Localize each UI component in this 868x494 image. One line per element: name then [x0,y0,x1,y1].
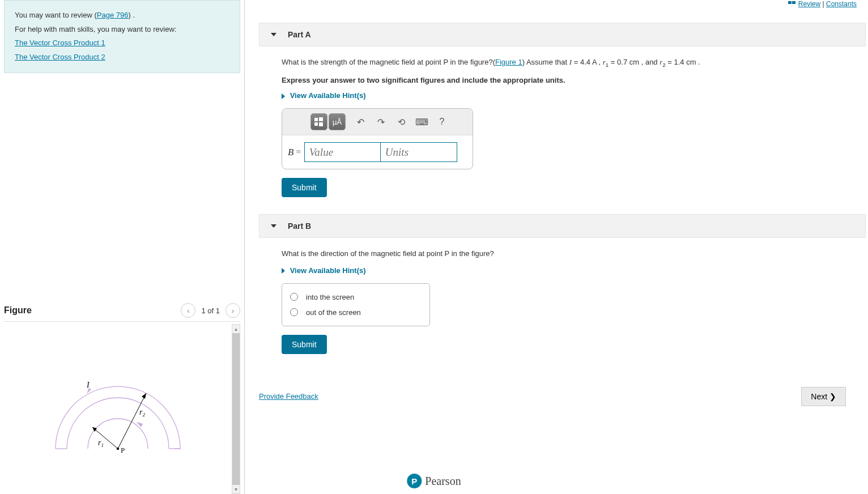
radio-out-label: out of the screen [306,308,361,317]
figure-scrollbar[interactable]: ▴ ▾ [232,324,240,494]
svg-line-2 [92,427,118,449]
tips-line1-post: ) . [128,11,135,19]
part-a-submit-button[interactable]: Submit [282,178,327,197]
scroll-up-icon[interactable]: ▴ [232,325,240,333]
svg-line-4 [118,393,146,449]
figure-1-link[interactable]: Figure 1 [495,58,522,66]
equals-sign: = [296,147,300,157]
figure-count: 1 of 1 [201,306,220,315]
review-flag-icon [788,1,796,8]
units-input[interactable] [381,142,457,162]
svg-rect-14 [319,122,323,126]
svg-marker-5 [142,393,146,399]
part-a-header[interactable]: Part A [259,23,866,46]
tips-line2: For help with math skills, you may want … [15,23,229,37]
svg-rect-9 [788,1,792,4]
svg-rect-12 [319,117,323,121]
caret-right-icon [282,268,285,274]
figure-diagram: I r1 r2 P [30,358,206,460]
redo-icon[interactable]: ↷ [374,117,388,127]
part-a-hints-link[interactable]: View Available Hint(s) [282,91,854,100]
scroll-down-icon[interactable]: ▾ [232,485,240,493]
caret-right-icon [282,93,285,99]
radio-option-out[interactable]: out of the screen [290,305,422,320]
tips-box: You may want to review (Page 796) . For … [4,0,240,73]
tips-line1-pre: You may want to review ( [15,11,97,19]
radio-group: into the screen out of the screen [282,283,430,326]
svg-point-8 [117,448,119,450]
page-link[interactable]: Page 796 [97,11,129,19]
answer-box: μÅ ↶ ↷ ⟲ ⌨ ? B = [282,108,473,169]
keyboard-icon[interactable]: ⌨ [415,117,428,127]
pearson-text: Pearson [425,475,461,488]
figure-header: Figure ‹ 1 of 1 › [4,303,240,322]
answer-toolbar: μÅ ↶ ↷ ⟲ ⌨ ? [282,109,473,135]
cross-product-link-2[interactable]: The Vector Cross Product 2 [15,53,105,61]
part-a-question: What is the strength of the magnetic fie… [282,57,854,69]
help-icon[interactable]: ? [435,117,449,127]
figure-prev-button[interactable]: ‹ [181,303,195,318]
part-b-header[interactable]: Part B [259,214,866,238]
scroll-thumb[interactable] [232,333,240,485]
radio-into-input[interactable] [290,293,298,301]
cross-product-link-1[interactable]: The Vector Cross Product 1 [15,39,105,47]
top-links: Review | Constants [788,0,857,8]
reset-icon[interactable]: ⟲ [394,117,408,127]
part-b-question: What is the direction of the magnetic fi… [282,248,854,259]
constants-link[interactable]: Constants [826,0,857,8]
provide-feedback-link[interactable]: Provide Feedback [259,392,318,401]
pearson-logo-icon: P [407,474,422,488]
radio-out-input[interactable] [290,308,298,316]
svg-rect-13 [314,122,318,126]
part-a-instruction: Express your answer to two significant f… [282,76,854,84]
caret-down-icon [271,33,276,36]
templates-button[interactable] [310,113,327,130]
next-button[interactable]: Next ❯ [801,387,846,406]
variable-label: B [288,147,293,158]
figure-next-button[interactable]: › [225,303,240,318]
radio-option-into[interactable]: into the screen [290,289,422,305]
undo-icon[interactable]: ↶ [354,117,367,127]
svg-rect-11 [314,118,318,121]
part-b-hints-link[interactable]: View Available Hint(s) [282,266,854,275]
radio-into-label: into the screen [306,293,354,301]
review-link[interactable]: Review [798,0,820,8]
label-r1: r1 [98,438,104,448]
figure-title: Figure [4,305,32,316]
svg-rect-10 [792,1,795,4]
part-a-title: Part A [288,30,311,39]
part-b-submit-button[interactable]: Submit [282,335,327,354]
part-b-title: Part B [288,222,311,231]
units-button[interactable]: μÅ [329,113,346,130]
label-I: I [86,381,90,389]
label-r2: r2 [139,408,145,418]
label-P: P [121,446,125,454]
footer-brand: P Pearson [407,474,461,488]
caret-down-icon [271,224,276,228]
value-input[interactable] [304,142,381,162]
